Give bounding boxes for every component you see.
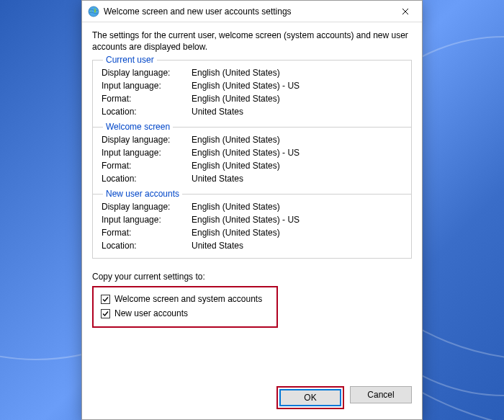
label: Display language:: [102, 135, 192, 145]
checkbox-icon: [101, 309, 110, 318]
welcome-screen-legend: Welcome screen: [103, 122, 173, 132]
value: English (United States): [192, 161, 280, 171]
label: Input language:: [102, 148, 192, 158]
value: United States: [192, 174, 243, 184]
value: English (United States): [192, 228, 280, 238]
label: Format:: [102, 161, 192, 171]
welcome-screen-checkbox[interactable]: Welcome screen and system accounts: [101, 292, 269, 306]
row-location: Location: United States: [102, 239, 404, 252]
row-format: Format: English (United States): [102, 92, 404, 105]
copy-settings-group: Welcome screen and system accounts New u…: [92, 286, 278, 328]
titlebar: Welcome screen and new user accounts set…: [82, 1, 422, 22]
close-button[interactable]: [389, 1, 422, 22]
value: English (United States): [192, 202, 280, 212]
new-user-section: New user accounts Display language: Engl…: [93, 195, 411, 258]
label: Location:: [102, 241, 192, 251]
value: United States: [192, 107, 243, 117]
row-input-language: Input language: English (United States) …: [102, 79, 404, 92]
label: Location:: [102, 107, 192, 117]
value: English (United States) - US: [192, 148, 300, 158]
label: Input language:: [102, 81, 192, 91]
new-user-legend: New user accounts: [103, 189, 182, 199]
row-input-language: Input language: English (United States) …: [102, 213, 404, 226]
row-format: Format: English (United States): [102, 159, 404, 172]
checkbox-label: Welcome screen and system accounts: [114, 294, 262, 304]
globe-icon: [88, 6, 99, 17]
label: Format:: [102, 228, 192, 238]
row-location: Location: United States: [102, 105, 404, 118]
row-format: Format: English (United States): [102, 226, 404, 239]
dialog-content: The settings for the current user, welco…: [82, 22, 422, 419]
close-icon: [402, 6, 409, 17]
cancel-button[interactable]: Cancel: [350, 386, 412, 403]
checkbox-label: New user accounts: [114, 308, 188, 318]
label: Input language:: [102, 215, 192, 225]
intro-text: The settings for the current user, welco…: [92, 30, 412, 53]
value: United States: [192, 241, 243, 251]
row-input-language: Input language: English (United States) …: [102, 146, 404, 159]
value: English (United States) - US: [192, 215, 300, 225]
label: Display language:: [102, 202, 192, 212]
row-display-language: Display language: English (United States…: [102, 66, 404, 79]
new-user-checkbox[interactable]: New user accounts: [101, 306, 269, 321]
settings-group: Current user Display language: English (…: [92, 60, 412, 259]
row-location: Location: United States: [102, 172, 404, 185]
row-display-language: Display language: English (United States…: [102, 133, 404, 146]
titlebar-text: Welcome screen and new user accounts set…: [104, 6, 389, 17]
ok-button[interactable]: OK: [279, 389, 341, 406]
svg-point-0: [89, 6, 99, 17]
checkbox-icon: [101, 295, 110, 304]
row-display-language: Display language: English (United States…: [102, 200, 404, 213]
button-row: OK Cancel: [92, 376, 412, 409]
label: Location:: [102, 174, 192, 184]
value: English (United States): [192, 135, 280, 145]
welcome-screen-section: Welcome screen Display language: English…: [93, 128, 411, 191]
ok-highlight: OK: [276, 386, 344, 409]
label: Display language:: [102, 68, 192, 78]
settings-dialog: Welcome screen and new user accounts set…: [81, 0, 423, 420]
copy-settings-label: Copy your current settings to:: [92, 272, 412, 282]
value: English (United States): [192, 94, 280, 104]
label: Format:: [102, 94, 192, 104]
current-user-section: Current user Display language: English (…: [93, 61, 411, 124]
value: English (United States): [192, 68, 280, 78]
value: English (United States) - US: [192, 81, 300, 91]
current-user-legend: Current user: [103, 55, 157, 65]
